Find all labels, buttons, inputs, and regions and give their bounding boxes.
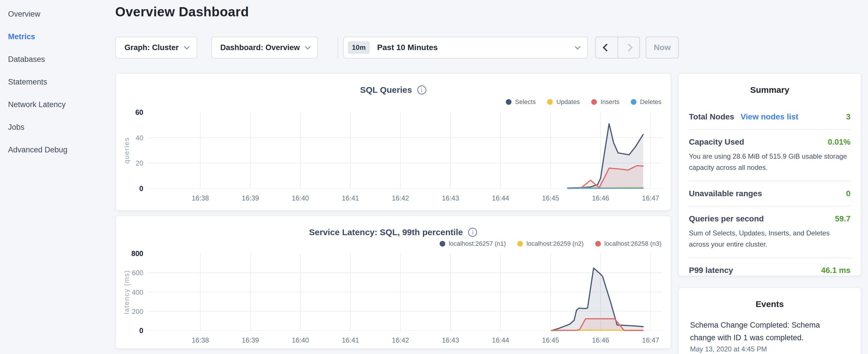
x-tick-label: 16:47 xyxy=(642,194,659,202)
chart-legend: SelectsUpdatesInsertsDeletes xyxy=(506,98,661,106)
sidebar-item-network-latency[interactable]: Network Latency xyxy=(0,93,115,116)
legend-dot-icon xyxy=(440,241,445,247)
legend-item[interactable]: localhost:26258 (n3) xyxy=(595,240,661,248)
summary-title: Summary xyxy=(689,74,850,95)
x-tick-label: 16:46 xyxy=(592,194,609,202)
time-range-label: Past 10 Minutes xyxy=(377,43,438,52)
event-timestamp: May 13, 2020 at 4:45 PM xyxy=(690,345,849,353)
event-text: Schema Change Completed: Schema change w… xyxy=(690,319,831,344)
legend-item[interactable]: Updates xyxy=(547,98,580,106)
chevron-right-icon xyxy=(625,43,633,52)
summary-rows: Total NodesView nodes list3Capacity Used… xyxy=(689,104,850,283)
main-content: Overview Dashboard Graph: Cluster Dashbo… xyxy=(115,0,671,20)
legend-dot-icon xyxy=(591,99,597,105)
toolbar: Graph: Cluster Dashboard: Overview 10m P… xyxy=(115,37,746,58)
events-card: Events Schema Change Completed: Schema c… xyxy=(678,287,861,354)
y-tick-label: 0 xyxy=(139,326,143,334)
events-list: Schema Change Completed: Schema change w… xyxy=(690,319,849,353)
legend-label: Updates xyxy=(556,98,580,106)
graph-scope-dropdown[interactable]: Graph: Cluster xyxy=(115,37,197,58)
sidebar-item-jobs[interactable]: Jobs xyxy=(0,116,115,139)
y-axis-label: queries xyxy=(123,137,130,164)
toolbar-divider xyxy=(338,37,338,58)
summary-row-label: Total Nodes xyxy=(689,112,734,122)
x-tick-label: 16:40 xyxy=(292,194,309,202)
y-tick-label: 60 xyxy=(135,108,143,116)
summary-row-label: Queries per second xyxy=(689,214,764,223)
legend-label: Inserts xyxy=(600,98,619,106)
sidebar-item-databases[interactable]: Databases xyxy=(0,48,115,71)
summary-row-value: 0 xyxy=(846,189,850,198)
graph-scope-dropdown-label: Graph: Cluster xyxy=(124,43,179,52)
legend-item[interactable]: Inserts xyxy=(591,98,619,106)
time-nav-group xyxy=(595,37,640,58)
now-button[interactable]: Now xyxy=(646,37,679,58)
sidebar-item-advanced-debug[interactable]: Advanced Debug xyxy=(0,139,115,161)
y-tick-label: 800 xyxy=(131,250,143,257)
summary-row-label: Capacity Used xyxy=(689,137,744,147)
dashboard-dropdown[interactable]: Dashboard: Overview xyxy=(212,37,318,58)
summary-row: Total NodesView nodes list3 xyxy=(689,104,850,129)
summary-row-subtext: You are using 28.6 MiB of 515.9 GiB usab… xyxy=(689,151,850,173)
x-tick-label: 16:44 xyxy=(492,336,509,344)
chevron-down-icon xyxy=(575,44,581,50)
legend-item[interactable]: localhost:26257 (n1) xyxy=(440,240,506,248)
summary-row-label: P99 latency xyxy=(689,266,733,275)
legend-dot-icon xyxy=(517,241,523,247)
legend-label: Selects xyxy=(515,98,535,106)
x-tick-label: 16:39 xyxy=(242,336,259,344)
legend-label: localhost:26257 (n1) xyxy=(449,240,506,248)
time-range-dropdown[interactable]: 10m Past 10 Minutes xyxy=(343,37,588,58)
chart-title-row: SQL Queries i xyxy=(116,85,671,95)
summary-row: Capacity Used0.01%You are using 28.6 MiB… xyxy=(689,129,850,181)
legend-dot-icon xyxy=(595,241,601,247)
y-tick-label: 0 xyxy=(139,185,143,192)
sidebar-item-statements[interactable]: Statements xyxy=(0,71,115,93)
summary-row: Queries per second59.7Sum of Selects, Up… xyxy=(689,206,850,257)
summary-row-value: 59.7 xyxy=(835,214,851,223)
x-tick-label: 16:39 xyxy=(242,194,259,202)
summary-row-value: 46.1 ms xyxy=(821,266,850,275)
x-tick-label: 16:41 xyxy=(342,194,359,202)
x-tick-label: 16:45 xyxy=(542,194,559,202)
x-tick-label: 16:45 xyxy=(542,336,559,344)
time-forward-button[interactable] xyxy=(618,37,639,58)
sidebar-item-metrics[interactable]: Metrics xyxy=(0,26,115,48)
legend-item[interactable]: localhost:26259 (n2) xyxy=(517,240,584,248)
legend-item[interactable]: Deletes xyxy=(631,98,661,106)
service-latency-chart-card: 16:3816:3916:4016:4116:4216:4316:4416:45… xyxy=(115,215,671,349)
summary-row: P99 latency46.1 ms xyxy=(689,257,850,283)
y-tick-label: 400 xyxy=(132,288,143,296)
chart-title-row: Service Latency: SQL, 99th percentile i xyxy=(116,227,671,237)
event-item: Schema Change Completed: Schema change w… xyxy=(690,319,849,353)
summary-row-value: 0.01% xyxy=(828,137,850,147)
x-tick-label: 16:38 xyxy=(192,194,209,202)
chart-legend: localhost:26257 (n1)localhost:26259 (n2)… xyxy=(440,240,661,248)
sidebar: OverviewMetricsDatabasesStatementsNetwor… xyxy=(0,0,115,354)
page-title: Overview Dashboard xyxy=(115,4,671,20)
legend-label: localhost:26259 (n2) xyxy=(526,240,584,248)
legend-dot-icon xyxy=(631,99,637,105)
info-icon[interactable]: i xyxy=(468,228,477,237)
summary-row: Unavailable ranges0 xyxy=(689,181,850,206)
y-tick-label: 200 xyxy=(132,308,143,315)
sidebar-item-overview[interactable]: Overview xyxy=(0,3,115,26)
x-tick-label: 16:42 xyxy=(392,194,409,202)
time-window-badge: 10m xyxy=(348,41,370,54)
legend-item[interactable]: Selects xyxy=(506,98,535,106)
x-tick-label: 16:46 xyxy=(592,336,609,344)
summary-row-value: 3 xyxy=(846,112,850,122)
time-backward-button[interactable] xyxy=(596,37,618,58)
view-nodes-list-link[interactable]: View nodes list xyxy=(741,112,798,122)
chevron-down-icon xyxy=(305,44,311,50)
info-icon[interactable]: i xyxy=(417,85,426,95)
x-tick-label: 16:42 xyxy=(392,336,409,344)
x-tick-label: 16:44 xyxy=(492,194,509,202)
chart-title: Service Latency: SQL, 99th percentile xyxy=(309,227,463,237)
legend-label: Deletes xyxy=(640,98,661,106)
chevron-left-icon xyxy=(602,43,611,52)
legend-dot-icon xyxy=(547,99,553,105)
x-tick-label: 16:41 xyxy=(342,336,359,344)
series-line xyxy=(568,188,643,189)
summary-row-label: Unavailable ranges xyxy=(689,189,762,198)
